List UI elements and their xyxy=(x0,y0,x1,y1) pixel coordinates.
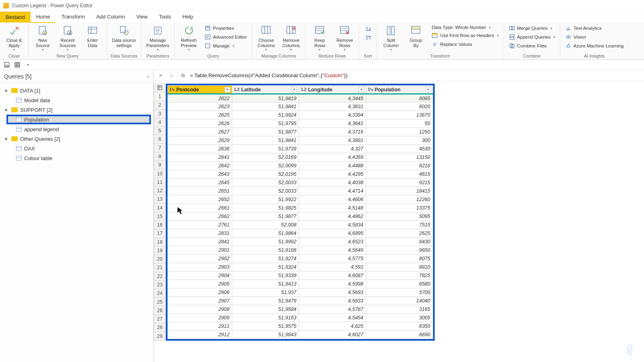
query-item[interactable]: Colour table xyxy=(0,153,153,163)
row-number[interactable]: 13 xyxy=(154,195,166,204)
table-cell[interactable]: 2831 xyxy=(168,229,232,238)
table-cell[interactable]: 2625 xyxy=(168,111,232,119)
data-source-settings-button[interactable]: Data sourcesettings xyxy=(109,23,138,48)
table-cell[interactable]: 2641 xyxy=(168,153,232,162)
table-cell[interactable]: 8075 xyxy=(366,255,433,263)
table-cell[interactable]: 2629 xyxy=(168,136,232,145)
table-row[interactable]: 290851,95844,57873165 xyxy=(168,305,433,314)
table-cell[interactable]: 2625 xyxy=(366,229,433,238)
table-cell[interactable]: 51,9153 xyxy=(232,314,299,322)
row-number[interactable]: 8 xyxy=(154,152,166,160)
table-row[interactable]: 291251,96434,60276690 xyxy=(168,331,433,339)
table-cell[interactable]: 3005 xyxy=(366,314,433,322)
query-item[interactable]: DAX xyxy=(0,144,153,153)
row-number[interactable]: 20 xyxy=(154,255,166,263)
azure-ml-button[interactable]: Azure Machine Learning xyxy=(563,42,626,50)
table-cell[interactable]: 6690 xyxy=(366,331,433,339)
query-item[interactable]: Population xyxy=(6,115,151,124)
table-row[interactable]: 264152,01694,435913150 xyxy=(168,153,433,162)
table-row[interactable]: 264552,00334,40389215 xyxy=(168,179,433,187)
table-cell[interactable]: 4,625 xyxy=(299,322,366,331)
table-cell[interactable]: 52,008 xyxy=(232,221,299,229)
table-cell[interactable]: 4,6895 xyxy=(299,229,366,238)
table-cell[interactable]: 55 xyxy=(366,119,433,128)
table-cell[interactable]: 4,4359 xyxy=(299,153,366,162)
table-cell[interactable]: 4,4295 xyxy=(299,170,366,179)
table-cell[interactable]: 13670 xyxy=(366,111,433,119)
table-row[interactable]: 284151,99924,65238430 xyxy=(168,238,433,246)
table-row[interactable]: 290351,93244,5918810 xyxy=(168,263,433,272)
table-cell[interactable]: 52,0033 xyxy=(232,187,299,195)
remove-rows-button[interactable]: RemoveRows▾ xyxy=(333,23,356,51)
row-number[interactable]: 24 xyxy=(154,289,166,298)
merge-queries-button[interactable]: Merge Queries▾ xyxy=(506,24,557,32)
table-cell[interactable]: 4,6027 xyxy=(299,331,366,339)
table-row[interactable]: 262651,97954,364155 xyxy=(168,119,433,128)
row-number[interactable]: 19 xyxy=(154,246,166,255)
close-apply-button[interactable]: Close &Apply ▾ xyxy=(2,23,26,51)
table-cell[interactable]: 4,5148 xyxy=(299,204,366,212)
row-number[interactable]: 17 xyxy=(154,229,166,238)
table-cell[interactable]: 52,0033 xyxy=(232,179,299,187)
table-cell[interactable]: 2636 xyxy=(168,145,232,153)
column-header-latitude[interactable]: 1.2Latitude▾ xyxy=(232,86,299,94)
query-item[interactable]: append legend xyxy=(0,124,153,134)
combine-files-button[interactable]: Combine Files xyxy=(506,42,557,50)
table-cell[interactable]: 8430 xyxy=(366,238,433,246)
column-header-population[interactable]: 1²₃Population▾ xyxy=(366,86,433,94)
table-cell[interactable]: 4530 xyxy=(366,145,433,153)
table-row[interactable]: 265251,99224,460612260 xyxy=(168,195,433,204)
table-cell[interactable]: 51,9841 xyxy=(232,136,299,145)
keep-rows-button[interactable]: KeepRows▾ xyxy=(308,23,331,51)
table-cell[interactable]: 51,9324 xyxy=(232,263,299,272)
table-row[interactable]: 264252,00994,44888210 xyxy=(168,162,433,170)
column-filter-button[interactable]: ▾ xyxy=(291,87,297,93)
row-number[interactable]: 21 xyxy=(154,263,166,272)
table-row[interactable]: 262951,98414,3891300 xyxy=(168,136,433,145)
table-cell[interactable]: 4,4862 xyxy=(299,212,366,221)
formula-text[interactable]: = Table.RemoveColumns(#"Added Conditiona… xyxy=(190,72,642,78)
table-cell[interactable]: 5700 xyxy=(366,288,433,297)
table-cell[interactable]: 4615 xyxy=(366,170,433,179)
table-cell[interactable]: 4,4038 xyxy=(299,179,366,187)
table-cell[interactable]: 2901 xyxy=(168,246,232,255)
row-number[interactable]: 11 xyxy=(154,178,166,186)
table-cell[interactable]: 9650 xyxy=(366,246,433,255)
sort-desc-button[interactable] xyxy=(364,34,372,42)
table-cell[interactable]: 2642 xyxy=(168,162,232,170)
table-cell[interactable]: 9215 xyxy=(366,179,433,187)
table-cell[interactable]: 51,9841 xyxy=(232,103,299,111)
table-cell[interactable]: 18415 xyxy=(366,187,433,195)
table-cell[interactable]: 51,9479 xyxy=(232,297,299,305)
cancel-formula-button[interactable]: ✕ xyxy=(156,72,165,80)
collapse-pane-button[interactable]: ‹ xyxy=(147,73,149,80)
table-cell[interactable]: 51,9825 xyxy=(232,204,299,212)
table-cell[interactable]: 4,327 xyxy=(299,145,366,153)
row-number[interactable]: 23 xyxy=(154,280,166,289)
table-cell[interactable]: 4,6087 xyxy=(299,272,366,280)
table-cell[interactable]: 4,5833 xyxy=(299,297,366,305)
menu-item-help[interactable]: Help xyxy=(177,11,199,23)
row-number[interactable]: 15 xyxy=(154,212,166,220)
menu-item-tools[interactable]: Tools xyxy=(153,11,177,23)
table-cell[interactable]: 51,9166 xyxy=(232,246,299,255)
table-cell[interactable]: 4,3445 xyxy=(299,94,366,103)
table-row[interactable]: 262551,99244,339413670 xyxy=(168,111,433,119)
query-item[interactable]: Model data xyxy=(0,95,153,105)
table-cell[interactable]: 51,9584 xyxy=(232,305,299,314)
table-cell[interactable]: 4,3716 xyxy=(299,128,366,136)
manage-query-button[interactable]: Manage▾ xyxy=(202,42,249,50)
table-cell[interactable]: 4,5693 xyxy=(299,288,366,297)
table-cell[interactable]: 51,9924 xyxy=(232,111,299,119)
table-cell[interactable]: 51,9819 xyxy=(232,94,299,103)
table-cell[interactable]: 14040 xyxy=(366,297,433,305)
row-number[interactable]: 4 xyxy=(154,118,166,126)
table-row[interactable]: 290951,91534,54543005 xyxy=(168,314,433,322)
row-number[interactable]: 12 xyxy=(154,186,166,195)
table-cell[interactable]: 51,9922 xyxy=(232,195,299,204)
recent-sources-button[interactable]: RecentSources▾ xyxy=(56,23,79,51)
table-cell[interactable]: 3165 xyxy=(366,305,433,314)
table-cell[interactable]: 2652 xyxy=(168,195,232,204)
table-cell[interactable]: 4,3631 xyxy=(299,103,366,111)
table-cell[interactable]: 2904 xyxy=(168,272,232,280)
